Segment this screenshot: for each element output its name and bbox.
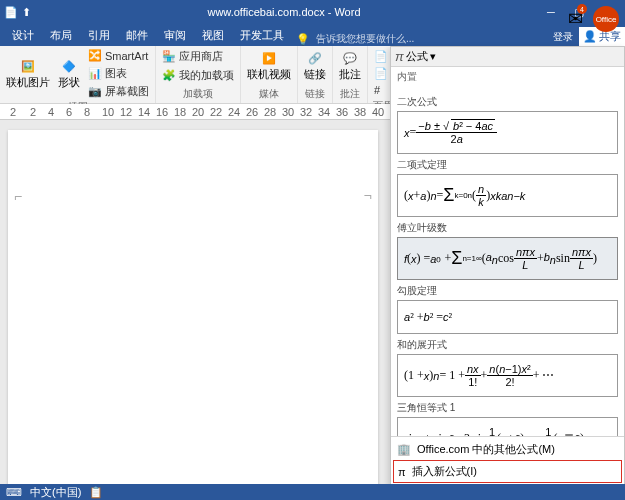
status-language[interactable]: 中文(中国) <box>30 485 81 500</box>
online-video-button[interactable]: ▶️联机视频 <box>245 48 293 84</box>
eq-trig1[interactable]: sin α ± sin β = 2 sin 12(α ± β) cos 12(α… <box>397 417 618 436</box>
picture-icon: 🖼️ <box>20 58 36 74</box>
group-links: 🔗链接 链接 <box>298 46 333 103</box>
header-icon: 📄 <box>374 50 388 64</box>
equation-footer: 🏢Office.com 中的其他公式(M) π插入新公式(I) <box>391 436 624 485</box>
chart-icon: 📊 <box>88 67 102 81</box>
store-icon: 🏪 <box>162 50 176 64</box>
eq-category: 三角恒等式 1 <box>397 401 618 415</box>
group-illustrations: 🖼️联机图片 🔷形状 🔀SmartArt 📊图表 📷屏幕截图 插图 <box>0 46 156 103</box>
group-label: 加载项 <box>183 87 213 101</box>
pi-icon: π <box>398 466 406 478</box>
pagenum-icon: # <box>374 84 388 98</box>
my-addins-button[interactable]: 🧩我的加载项 <box>160 67 236 84</box>
mail-badge: 4 <box>577 4 587 14</box>
title-bar: 📄 ⬆ www.officebai.com.docx - Word ─ ▢ ✕ <box>0 0 625 24</box>
builtin-label: 内置 <box>391 67 624 87</box>
status-bar: ⌨ 中文(中国) 📋 <box>0 484 625 500</box>
ribbon-tabs: 设计 布局 引用 邮件 审阅 视图 开发工具 💡 告诉我您想要做什么... 登录… <box>0 24 625 46</box>
eq-category: 勾股定理 <box>397 284 618 298</box>
eq-category: 和的展开式 <box>397 338 618 352</box>
store-button[interactable]: 🏪应用商店 <box>160 48 236 65</box>
file-icon: 📄 <box>4 6 18 19</box>
office-badge[interactable]: Office <box>593 6 619 32</box>
smartart-icon: 🔀 <box>88 49 102 63</box>
online-pictures-button[interactable]: 🖼️联机图片 <box>4 56 52 92</box>
eq-category: 傅立叶级数 <box>397 221 618 235</box>
equation-title: 公式 <box>406 49 428 64</box>
keyboard-icon[interactable]: ⌨ <box>6 486 22 499</box>
tab-design[interactable]: 设计 <box>4 25 42 46</box>
eq-expansion[interactable]: (1 + x)n = 1 + nx1! + n(n−1)x²2! + ⋯ <box>397 354 618 397</box>
eq-binomial[interactable]: (x + a)n = Σk=0n (nk) xkan−k <box>397 174 618 217</box>
minimize-button[interactable]: ─ <box>537 2 565 22</box>
page[interactable]: ⌐ ¬ <box>8 130 378 490</box>
screenshot-button[interactable]: 📷屏幕截图 <box>86 83 151 100</box>
group-addins: 🏪应用商店 🧩我的加载项 加载项 <box>156 46 241 103</box>
tab-developer[interactable]: 开发工具 <box>232 25 292 46</box>
comment-icon: 💬 <box>342 50 358 66</box>
eq-pythagoras[interactable]: a² + b² = c² <box>397 300 618 334</box>
eq-category: 二次公式 <box>397 95 618 109</box>
tab-view[interactable]: 视图 <box>194 25 232 46</box>
link-icon: 🔗 <box>307 50 323 66</box>
pi-icon: π <box>395 49 404 64</box>
tab-mailings[interactable]: 邮件 <box>118 25 156 46</box>
accessibility-icon[interactable]: 📋 <box>89 486 103 499</box>
tab-layout[interactable]: 布局 <box>42 25 80 46</box>
chart-button[interactable]: 📊图表 <box>86 65 151 82</box>
chevron-down-icon: ▾ <box>430 50 436 63</box>
equation-list[interactable]: 二次公式 x = −b ± b² − 4ac2a 二项式定理 (x + a)n … <box>391 87 624 436</box>
window-title: www.officebai.com.docx - Word <box>31 6 537 18</box>
shapes-button[interactable]: 🔷形状 <box>56 56 82 92</box>
lightbulb-icon: 💡 <box>296 33 310 46</box>
top-right-icons: ✉ 4 Office <box>568 6 619 32</box>
insert-new-equation[interactable]: π插入新公式(I) <box>393 460 622 483</box>
screenshot-icon: 📷 <box>88 85 102 99</box>
group-media: ▶️联机视频 媒体 <box>241 46 298 103</box>
group-label: 批注 <box>340 87 360 101</box>
addin-icon: 🧩 <box>162 69 176 83</box>
tab-references[interactable]: 引用 <box>80 25 118 46</box>
smartart-button[interactable]: 🔀SmartArt <box>86 48 151 64</box>
margin-marker: ¬ <box>364 188 372 204</box>
more-equations-office[interactable]: 🏢Office.com 中的其他公式(M) <box>393 439 622 460</box>
video-icon: ▶️ <box>261 50 277 66</box>
group-label: 媒体 <box>259 87 279 101</box>
equation-header[interactable]: π 公式 ▾ <box>391 47 624 67</box>
group-comments: 💬批注 批注 <box>333 46 368 103</box>
comment-button[interactable]: 💬批注 <box>337 48 363 84</box>
footer-icon: 📄 <box>374 67 388 81</box>
office-icon: 🏢 <box>397 443 411 456</box>
equation-dropdown: π 公式 ▾ 内置 二次公式 x = −b ± b² − 4ac2a 二项式定理… <box>390 46 625 486</box>
eq-category: 二项式定理 <box>397 158 618 172</box>
group-label: 链接 <box>305 87 325 101</box>
mail-button[interactable]: ✉ 4 <box>568 8 583 30</box>
links-button[interactable]: 🔗链接 <box>302 48 328 84</box>
eq-quadratic[interactable]: x = −b ± b² − 4ac2a <box>397 111 618 154</box>
shapes-icon: 🔷 <box>61 58 77 74</box>
up-icon[interactable]: ⬆ <box>22 6 31 19</box>
tab-review[interactable]: 审阅 <box>156 25 194 46</box>
margin-marker: ⌐ <box>14 188 22 204</box>
tell-me-input[interactable]: 告诉我您想要做什么... <box>310 32 420 46</box>
eq-fourier[interactable]: f(x) = a₀ + Σn=1∞ (an cos nπxL + bn sin … <box>397 237 618 280</box>
